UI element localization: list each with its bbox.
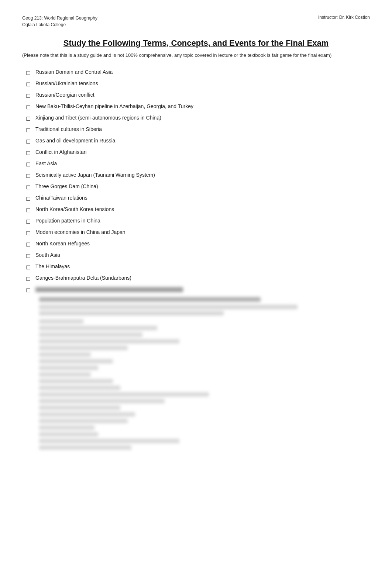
- blurred-line: [39, 332, 142, 337]
- header: Geog 213: World Regional Geography Oglal…: [22, 15, 370, 28]
- list-item: ◻South Asia: [26, 251, 370, 260]
- bullet-icon: ◻: [26, 206, 32, 214]
- bullet-icon: ◻: [26, 228, 32, 237]
- list-item: ◻New Baku-Tbilisi-Ceyhan pipeline in Aze…: [26, 103, 370, 111]
- blurred-line: [39, 419, 128, 423]
- blurred-line: [39, 425, 94, 430]
- list-item: ◻Russian Domain and Central Asia: [26, 68, 370, 77]
- blurred-line: [39, 392, 209, 397]
- list-item-text: Modern economies in China and Japan: [35, 228, 125, 236]
- blurred-line: [39, 412, 135, 417]
- main-list: ◻Russian Domain and Central Asia◻Russian…: [26, 68, 370, 450]
- blurred-title: [35, 287, 183, 292]
- list-item-text: Russian/Ukrainian tensions: [35, 80, 98, 87]
- blurred-line: [39, 386, 120, 390]
- bullet-icon: ◻: [26, 103, 32, 111]
- list-item-text: Gas and oil development in Russia: [35, 137, 115, 145]
- college-name: Oglala Lakota College: [22, 21, 97, 28]
- blurred-line: [39, 372, 91, 377]
- list-item: ◻Ganges-Brahmaputra Delta (Sundarbans): [26, 274, 370, 283]
- list-item-text: Seismically active Japan (Tsunami Warnin…: [35, 171, 155, 179]
- list-item: ◻Modern economies in China and Japan: [26, 228, 370, 237]
- list-item: ◻Russian/Georgian conflict: [26, 91, 370, 100]
- page-title: Study the Following Terms, Concepts, and…: [22, 38, 370, 48]
- blurred-line: [39, 352, 91, 357]
- list-item-text: South Asia: [35, 251, 60, 259]
- list-item-text: Conflict in Afghanistan: [35, 148, 87, 156]
- blurred-line: [39, 326, 157, 330]
- list-item: ◻Population patterns in China: [26, 217, 370, 226]
- list-item: ◻Traditional cultures in Siberia: [26, 125, 370, 134]
- list-item-blurred-header: ◻: [26, 286, 370, 294]
- blurred-line: [39, 311, 224, 315]
- instructor-name: Instructor: Dr. Kirk Costion: [318, 15, 370, 20]
- list-item-text: China/Taiwan relations: [35, 194, 87, 202]
- list-item: ◻East Asia: [26, 160, 370, 169]
- bullet-icon: ◻: [26, 251, 32, 260]
- list-item: ◻Gas and oil development in Russia: [26, 137, 370, 146]
- list-item-text: New Baku-Tbilisi-Ceyhan pipeline in Azer…: [35, 103, 193, 110]
- blurred-line: [39, 346, 128, 350]
- blurred-line: [39, 439, 179, 443]
- header-left: Geog 213: World Regional Geography Oglal…: [22, 15, 97, 28]
- list-item-text: Population patterns in China: [35, 217, 100, 225]
- list-item: ◻Seismically active Japan (Tsunami Warni…: [26, 171, 370, 180]
- list-item-text: Russian Domain and Central Asia: [35, 68, 113, 76]
- blurred-line: [39, 297, 261, 302]
- list-item-text: Russian/Georgian conflict: [35, 91, 94, 99]
- bullet-icon: ◻: [26, 80, 32, 89]
- bullet-icon: ◻: [26, 194, 32, 203]
- blurred-line: [39, 445, 131, 450]
- subtitle: (Please note that this is a study guide …: [22, 52, 370, 59]
- blurred-sub-list: [39, 297, 370, 450]
- list-item: ◻Xinjiang and Tibet (semi-autonomous reg…: [26, 114, 370, 123]
- bullet-icon: ◻: [26, 171, 32, 180]
- list-item-text: East Asia: [35, 160, 57, 168]
- list-item-text: Ganges-Brahmaputra Delta (Sundarbans): [35, 274, 131, 282]
- list-item: ◻Conflict in Afghanistan: [26, 148, 370, 157]
- list-item-text: North Korea/South Korea tensions: [35, 206, 114, 213]
- list-item-text: The Himalayas: [35, 263, 70, 270]
- list-item-text: Three Gorges Dam (China): [35, 183, 98, 190]
- list-item: ◻Russian/Ukrainian tensions: [26, 80, 370, 89]
- blurred-line: [39, 339, 179, 344]
- bullet-icon: ◻: [26, 274, 32, 283]
- bullet-icon: ◻: [26, 91, 32, 100]
- bullet-icon: ◻: [26, 240, 32, 249]
- bullet-icon: ◻: [26, 263, 32, 272]
- blurred-line: [39, 379, 113, 383]
- bullet-icon: ◻: [26, 148, 32, 157]
- blurred-line: [39, 305, 298, 309]
- bullet-icon: ◻: [26, 137, 32, 146]
- bullet-icon: ◻: [26, 160, 32, 169]
- list-item: ◻North Korea/South Korea tensions: [26, 206, 370, 214]
- blurred-line: [39, 406, 120, 410]
- bullet-icon: ◻: [26, 183, 32, 192]
- list-item: ◻Three Gorges Dam (China): [26, 183, 370, 192]
- list-item: ◻North Korean Refugees: [26, 240, 370, 249]
- list-item: ◻China/Taiwan relations: [26, 194, 370, 203]
- list-item: ◻The Himalayas: [26, 263, 370, 272]
- list-item-text: Traditional cultures in Siberia: [35, 125, 102, 133]
- bullet-icon: ◻: [26, 125, 32, 134]
- blurred-line: [39, 319, 83, 324]
- bullet-icon: ◻: [26, 68, 32, 77]
- blurred-line: [39, 366, 98, 370]
- bullet-icon: ◻: [26, 114, 32, 123]
- bullet-icon: ◻: [26, 217, 32, 226]
- list-item-text: North Korean Refugees: [35, 240, 90, 248]
- bullet-icon: ◻: [26, 286, 32, 294]
- blurred-line: [39, 432, 98, 437]
- blurred-line: [39, 399, 165, 403]
- blurred-line: [39, 359, 113, 363]
- course-name: Geog 213: World Regional Geography: [22, 15, 97, 21]
- list-item-text: Xinjiang and Tibet (semi-autonomous regi…: [35, 114, 161, 122]
